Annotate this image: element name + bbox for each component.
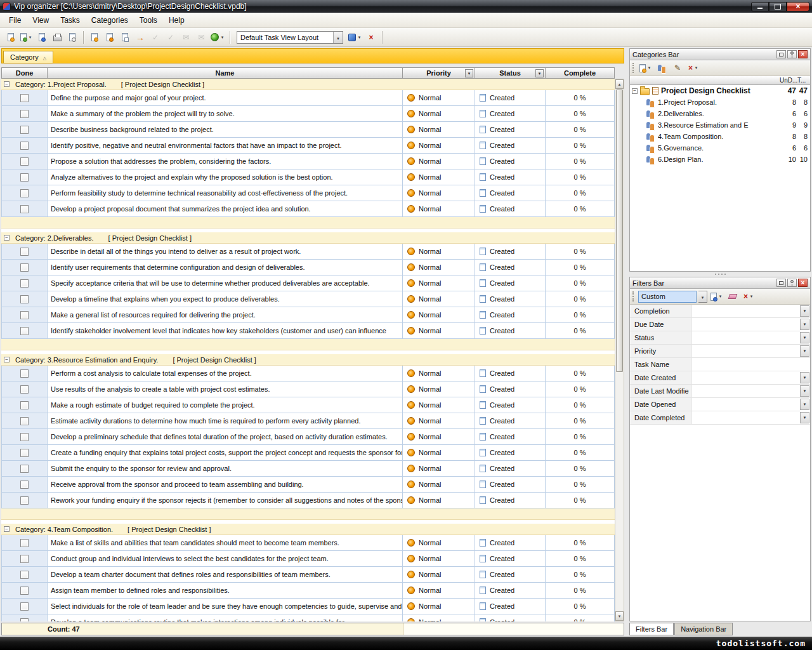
category-group-tab[interactable]: Category <box>3 51 53 63</box>
tree-category-row[interactable]: 6.Design Plan.1010 <box>630 154 810 165</box>
dropdown-button[interactable] <box>800 399 809 410</box>
task-row[interactable]: Make a general list of resources require… <box>1 307 615 323</box>
dropdown-button[interactable] <box>800 332 809 343</box>
task-row[interactable]: Conduct group and individual interviews … <box>1 551 615 567</box>
menu-item-tasks[interactable]: Tasks <box>55 14 85 27</box>
task-row[interactable]: Identify user requirements that determin… <box>1 260 615 275</box>
filter-field-value[interactable] <box>691 358 810 371</box>
minimize-button[interactable] <box>751 2 769 11</box>
filter-preset-dropdown-button[interactable] <box>698 291 707 303</box>
group-header-row[interactable]: Category: 1.Project Proposal.[ Project D… <box>1 79 615 90</box>
status-filter-button[interactable] <box>535 69 544 77</box>
edit-category-button[interactable]: ✎ <box>671 61 684 75</box>
group-header-row[interactable]: Category: 2.Deliverables.[ Project Desig… <box>1 232 615 244</box>
task-checkbox[interactable] <box>20 571 29 579</box>
task-checkbox[interactable] <box>20 401 29 409</box>
toolbar-grip[interactable] <box>632 291 634 302</box>
task-row[interactable]: Create a funding enquiry that explains t… <box>1 445 615 461</box>
collapse-icon[interactable] <box>4 526 10 532</box>
dropdown-button[interactable] <box>800 412 809 423</box>
filter-field-value[interactable] <box>691 411 810 424</box>
delete-view-button[interactable]: × <box>364 30 378 44</box>
task-checkbox[interactable] <box>20 173 29 182</box>
task-row[interactable]: Submit the enquiry to the sponsor for re… <box>1 461 615 477</box>
edit-task-button[interactable] <box>103 30 117 44</box>
task-row[interactable]: Describe in detail all of the things you… <box>1 244 615 260</box>
task-row[interactable]: Develop a project proposal document that… <box>1 201 615 217</box>
collapse-icon[interactable] <box>632 88 638 94</box>
close-panel-button[interactable] <box>798 50 808 58</box>
task-checkbox[interactable] <box>20 587 29 595</box>
task-row[interactable]: Select individuals for the role of team … <box>1 599 615 614</box>
task-checkbox[interactable] <box>20 602 29 611</box>
task-row[interactable]: Rework your funding enquiry if the spons… <box>1 493 615 508</box>
complete-task-button[interactable]: → <box>133 30 147 44</box>
group-header-row[interactable]: Category: 3.Resource Estimation and Enqu… <box>1 354 615 366</box>
task-checkbox[interactable] <box>20 327 29 335</box>
tree-category-row[interactable]: 4.Team Composition.88 <box>630 131 810 142</box>
task-row[interactable]: Develop a preliminary schedule that defi… <box>1 429 615 445</box>
task-row[interactable]: Estimate activity durations to determine… <box>1 413 615 429</box>
publish-button[interactable] <box>209 30 226 44</box>
task-row[interactable]: Analyze alternatives to the project and … <box>1 169 615 185</box>
task-row[interactable]: Describe business background related to … <box>1 122 615 138</box>
dropdown-button[interactable] <box>800 385 809 397</box>
task-checkbox[interactable] <box>20 110 29 118</box>
column-header-priority[interactable]: Priority <box>403 67 475 79</box>
task-checkbox[interactable] <box>20 248 29 256</box>
menu-item-categories[interactable]: Categories <box>86 14 133 27</box>
close-button[interactable] <box>787 2 809 11</box>
task-checkbox[interactable] <box>20 142 29 150</box>
float-panel-button[interactable] <box>776 50 786 58</box>
add-subcategory-button[interactable] <box>655 61 669 75</box>
task-row[interactable]: Make a list of skills and abilities that… <box>1 535 615 551</box>
chevron-down-icon[interactable] <box>220 35 225 40</box>
task-row[interactable]: Develop a timeline that explains when yo… <box>1 291 615 307</box>
task-row[interactable]: Identify positive, negative and neutral … <box>1 138 615 154</box>
column-header-status[interactable]: Status <box>475 67 546 79</box>
priority-filter-button[interactable] <box>465 69 473 77</box>
dropdown-button[interactable] <box>800 319 809 330</box>
task-checkbox[interactable] <box>20 157 29 166</box>
maximize-button[interactable] <box>769 2 787 11</box>
task-checkbox[interactable] <box>20 481 29 489</box>
scroll-down-button[interactable] <box>615 611 624 621</box>
chevron-down-icon[interactable] <box>749 294 754 299</box>
toolbar-grip[interactable] <box>632 63 634 73</box>
print-button[interactable] <box>50 30 64 44</box>
undone-column-header[interactable]: UnD... <box>780 77 797 84</box>
tree-category-row[interactable]: 3.Resource Estimation and E99 <box>630 119 810 131</box>
dropdown-button[interactable] <box>800 345 809 357</box>
filter-preset-combobox[interactable]: Custom <box>638 291 697 303</box>
new-task-button[interactable] <box>88 30 102 44</box>
save-button[interactable] <box>35 30 49 44</box>
task-row[interactable]: Use results of the analysis to create a … <box>1 381 615 397</box>
filter-field-value[interactable] <box>691 305 810 317</box>
task-checkbox[interactable] <box>20 205 29 213</box>
task-row[interactable]: Propose a solution that addresses the pr… <box>1 154 615 169</box>
filter-field-value[interactable] <box>691 318 810 331</box>
task-checkbox[interactable] <box>20 539 29 547</box>
delete-category-button[interactable]: × <box>686 61 700 75</box>
tree-root-row[interactable]: Project Design Checklist4747 <box>630 85 810 96</box>
chevron-down-icon[interactable] <box>694 65 698 70</box>
task-checkbox[interactable] <box>20 465 29 473</box>
collapse-icon[interactable] <box>4 81 10 87</box>
task-checkbox[interactable] <box>20 369 29 378</box>
filter-field-value[interactable] <box>691 371 810 384</box>
filter-field-value[interactable] <box>691 345 810 357</box>
task-checkbox[interactable] <box>20 618 29 622</box>
scroll-up-button[interactable] <box>615 79 624 89</box>
menu-item-view[interactable]: View <box>27 14 54 27</box>
task-checkbox[interactable] <box>20 311 29 319</box>
new-file-button[interactable] <box>4 30 18 44</box>
close-panel-button[interactable] <box>798 279 808 287</box>
task-checkbox[interactable] <box>20 279 29 288</box>
customize-view-button[interactable] <box>347 30 363 44</box>
pin-panel-button[interactable] <box>787 279 797 287</box>
task-row[interactable]: Identify stakeholder involvement level t… <box>1 323 615 339</box>
column-header-complete[interactable]: Complete <box>546 67 615 79</box>
dropdown-button[interactable] <box>800 305 809 317</box>
group-header-row[interactable]: Category: 4.Team Composition.[ Project D… <box>1 524 615 535</box>
collapse-icon[interactable] <box>4 357 10 362</box>
